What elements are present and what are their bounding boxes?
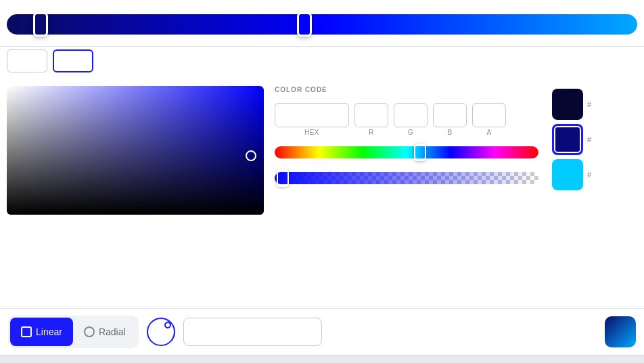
bottom-controls: Linear Radial 90° — [0, 308, 644, 355]
right-panel: COLOR CODE #090979 HEX 9 R 9 G 121 B — [275, 86, 538, 188]
b-input-group: 121 B — [433, 103, 467, 136]
gradient-handle-left[interactable] — [33, 12, 48, 37]
radial-button[interactable]: Radial — [73, 318, 137, 346]
alpha-handle[interactable] — [277, 169, 289, 187]
swatch-1[interactable] — [552, 124, 583, 155]
swatch-hex-1: # — [587, 135, 635, 144]
swatch-hex-0: # — [587, 100, 635, 108]
a-input[interactable]: 100 — [472, 103, 506, 127]
gradient-preview[interactable] — [605, 316, 636, 347]
hex-input[interactable]: #090979 — [275, 103, 349, 127]
g-input-group: 9 G — [394, 103, 428, 136]
r-input-group: 9 R — [354, 103, 388, 136]
stop-input-right[interactable]: 35 — [53, 49, 93, 72]
radial-icon — [84, 326, 95, 337]
b-label: B — [447, 129, 452, 136]
gradient-bar-wrapper — [7, 8, 637, 41]
a-label: A — [486, 129, 491, 136]
hex-input-group: #090979 HEX — [275, 103, 349, 136]
linear-icon — [21, 326, 32, 337]
swatch-row-1: # — [552, 124, 635, 155]
radial-label: Radial — [99, 326, 126, 337]
r-label: R — [369, 129, 374, 136]
swatch-0[interactable] — [552, 89, 583, 120]
stop-values-row: 0 35 — [0, 47, 644, 78]
b-input[interactable]: 121 — [433, 103, 467, 127]
sl-picker[interactable] — [7, 86, 264, 215]
alpha-slider-track — [275, 172, 538, 184]
color-picker-section: COLOR CODE #090979 HEX 9 R 9 G 121 B — [0, 78, 644, 308]
alpha-slider-container[interactable] — [275, 169, 538, 188]
linear-label: Linear — [36, 326, 62, 337]
gradient-bar-section — [0, 0, 644, 47]
hue-slider-container[interactable] — [275, 143, 538, 162]
r-input[interactable]: 9 — [354, 103, 388, 127]
rotate-handle[interactable] — [147, 318, 175, 346]
swatch-row-2: # — [552, 159, 635, 190]
hex-label: HEX — [304, 129, 319, 136]
color-code-label: COLOR CODE — [275, 86, 538, 93]
g-input[interactable]: 9 — [394, 103, 428, 127]
bottom-divider — [0, 355, 644, 363]
main-container: 0 35 COLOR CODE #090979 HEX 9 R 9 — [0, 0, 644, 363]
swatches-panel: # # # — [549, 86, 637, 193]
stop-input-left[interactable]: 0 — [7, 49, 47, 72]
rotate-dot — [164, 322, 171, 328]
g-label: G — [408, 129, 413, 136]
sl-handle[interactable] — [246, 150, 256, 161]
swatch-2[interactable] — [552, 159, 583, 190]
swatch-hex-2: # — [587, 171, 635, 179]
a-input-group: 100 A — [472, 103, 506, 136]
angle-input[interactable]: 90° — [183, 318, 322, 346]
hue-slider-track — [275, 146, 538, 158]
linear-button[interactable]: Linear — [10, 318, 73, 346]
color-inputs-row: #090979 HEX 9 R 9 G 121 B 100 A — [275, 103, 538, 136]
swatch-row-0: # — [552, 89, 635, 120]
hue-handle[interactable] — [414, 144, 426, 161]
gradient-bar[interactable] — [7, 14, 637, 35]
gradient-type-group: Linear Radial — [8, 316, 139, 348]
gradient-handle-right[interactable] — [297, 12, 312, 37]
sl-picker-background — [7, 86, 264, 215]
